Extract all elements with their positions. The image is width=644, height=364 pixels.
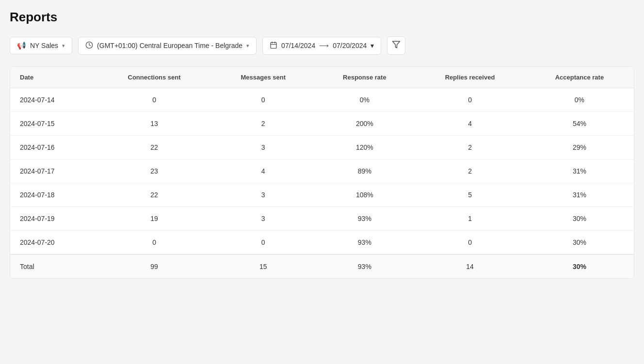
cell-response-rate: 108% — [314, 183, 415, 207]
cell-date: 2024-07-20 — [10, 231, 97, 255]
megaphone-icon: 📢 — [17, 41, 26, 50]
table-header-row: Date Connections sent Messages sent Resp… — [10, 67, 634, 88]
cell-date: 2024-07-14 — [10, 88, 97, 112]
table-row: 2024-07-15 13 2 200% 4 54% — [10, 112, 634, 136]
team-label: NY Sales — [30, 42, 58, 49]
cell-acceptance-rate: 30% — [525, 207, 634, 231]
page-container: Reports 📢 NY Sales ▾ (GMT+01:00) Central… — [0, 0, 644, 288]
date-chevron-icon: ▾ — [370, 42, 374, 49]
cell-messages-sent: 4 — [212, 159, 314, 183]
col-date: Date — [10, 67, 97, 88]
cell-replies-received: 2 — [415, 159, 525, 183]
cell-replies-received: 2 — [415, 136, 525, 159]
date-range-button[interactable]: 07/14/2024 ⟶ 07/20/2024 ▾ — [262, 37, 381, 55]
cell-acceptance-rate: 29% — [525, 136, 634, 159]
timezone-label: (GMT+01:00) Central European Time - Belg… — [97, 42, 242, 49]
cell-date: 2024-07-16 — [10, 136, 97, 159]
cell-date: 2024-07-18 — [10, 183, 97, 207]
cell-connections-sent: 22 — [97, 136, 212, 159]
cell-response-rate: 200% — [314, 112, 415, 136]
timezone-chevron-icon: ▾ — [246, 43, 249, 49]
col-acceptance-rate: Acceptance rate — [525, 67, 634, 88]
cell-connections-sent: 0 — [97, 88, 212, 112]
toolbar: 📢 NY Sales ▾ (GMT+01:00) Central Europea… — [10, 36, 634, 55]
table-row: 2024-07-20 0 0 93% 0 30% — [10, 231, 634, 255]
cell-acceptance-rate: 54% — [525, 112, 634, 136]
col-response-rate: Response rate — [314, 67, 415, 88]
cell-response-rate: 93% — [314, 231, 415, 255]
cell-messages-sent: 0 — [212, 231, 314, 255]
cell-connections-sent: 22 — [97, 183, 212, 207]
cell-connections-sent: 19 — [97, 207, 212, 231]
reports-table: Date Connections sent Messages sent Resp… — [10, 67, 634, 278]
cell-connections-sent: 0 — [97, 231, 212, 255]
filter-icon — [392, 40, 401, 51]
cell-response-rate: 93% — [314, 207, 415, 231]
date-range-arrow: ⟶ — [319, 42, 329, 49]
cell-acceptance-rate: 31% — [525, 183, 634, 207]
filter-button[interactable] — [387, 36, 405, 55]
cell-response-rate: 120% — [314, 136, 415, 159]
team-chevron-icon: ▾ — [62, 43, 65, 49]
table-row: 2024-07-14 0 0 0% 0 0% — [10, 88, 634, 112]
cell-date: 2024-07-17 — [10, 159, 97, 183]
table-row: 2024-07-18 22 3 108% 5 31% — [10, 183, 634, 207]
date-to: 07/20/2024 — [333, 42, 367, 49]
svg-marker-5 — [393, 41, 400, 48]
col-messages-sent: Messages sent — [212, 67, 314, 88]
date-from: 07/14/2024 — [281, 42, 315, 49]
cell-date: 2024-07-19 — [10, 207, 97, 231]
cell-acceptance-rate: 31% — [525, 159, 634, 183]
table-row: 2024-07-17 23 4 89% 2 31% — [10, 159, 634, 183]
svg-rect-1 — [271, 42, 276, 48]
cell-messages-sent: 3 — [212, 207, 314, 231]
table-total-row: Total 99 15 93% 14 30% — [10, 254, 634, 278]
col-connections-sent: Connections sent — [97, 67, 212, 88]
table-row: 2024-07-16 22 3 120% 2 29% — [10, 136, 634, 159]
table-row: 2024-07-19 19 3 93% 1 30% — [10, 207, 634, 231]
cell-messages-sent: 3 — [212, 183, 314, 207]
cell-messages-sent: 2 — [212, 112, 314, 136]
cell-total-messages: 15 — [212, 254, 314, 278]
cell-total-replies: 14 — [415, 254, 525, 278]
cell-date: 2024-07-15 — [10, 112, 97, 136]
cell-total-acceptance-rate: 30% — [525, 254, 634, 278]
calendar-icon — [270, 41, 277, 50]
cell-replies-received: 0 — [415, 88, 525, 112]
cell-response-rate: 0% — [314, 88, 415, 112]
cell-replies-received: 5 — [415, 183, 525, 207]
cell-acceptance-rate: 0% — [525, 88, 634, 112]
team-selector-button[interactable]: 📢 NY Sales ▾ — [10, 37, 72, 54]
cell-replies-received: 0 — [415, 231, 525, 255]
cell-acceptance-rate: 30% — [525, 231, 634, 255]
cell-replies-received: 4 — [415, 112, 525, 136]
col-replies-received: Replies received — [415, 67, 525, 88]
clock-icon — [85, 41, 93, 50]
page-title: Reports — [10, 10, 634, 25]
timezone-selector-button[interactable]: (GMT+01:00) Central European Time - Belg… — [78, 37, 257, 55]
cell-replies-received: 1 — [415, 207, 525, 231]
cell-messages-sent: 0 — [212, 88, 314, 112]
cell-total-connections: 99 — [97, 254, 212, 278]
cell-total-label: Total — [10, 254, 97, 278]
cell-connections-sent: 23 — [97, 159, 212, 183]
cell-connections-sent: 13 — [97, 112, 212, 136]
cell-messages-sent: 3 — [212, 136, 314, 159]
cell-response-rate: 89% — [314, 159, 415, 183]
cell-total-response-rate: 93% — [314, 254, 415, 278]
reports-table-container: Date Connections sent Messages sent Resp… — [10, 66, 634, 279]
